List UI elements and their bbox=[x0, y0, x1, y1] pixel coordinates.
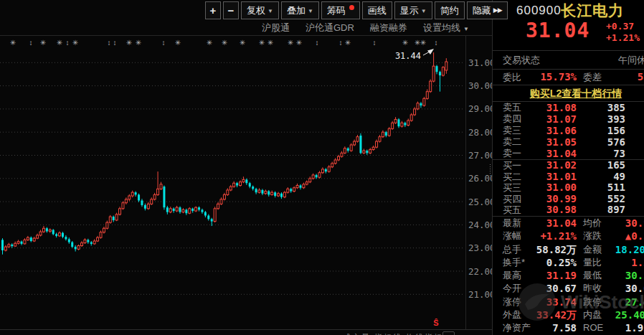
toolbar-button-3[interactable]: 复权▼ bbox=[241, 1, 279, 19]
bid-volume: 49 bbox=[577, 171, 625, 183]
stat-row: 净资产7.58ROE1.959 bbox=[493, 321, 644, 334]
weicha-value: 591 bbox=[607, 70, 644, 85]
market-link-2[interactable]: 沪伦通GDR bbox=[306, 22, 354, 34]
stat-label: 量比 bbox=[583, 256, 602, 269]
stat-label: 净资产 bbox=[503, 321, 531, 334]
stat-label: ROE bbox=[583, 321, 603, 334]
ask-volume: 73 bbox=[577, 148, 625, 159]
peak-price-annotation: 31.44 bbox=[395, 51, 421, 61]
ask-row: 卖五31.08385 bbox=[493, 102, 644, 113]
clipped-indicator-text: 成交量 指标线 均线指标 bbox=[343, 332, 443, 335]
updown-arrow-marker-icon: ↕ bbox=[66, 39, 70, 47]
notification-dot-icon bbox=[349, 5, 354, 10]
y-axis-tick: 25.00 bbox=[468, 197, 492, 207]
y-axis-tick: 28.00 bbox=[468, 127, 492, 138]
ask-row: 卖二31.05576 bbox=[493, 136, 644, 148]
ask-row: 卖一31.0473 bbox=[493, 148, 644, 159]
toolbar-button-5[interactable]: 筹码 bbox=[321, 1, 360, 19]
bid-price: 30.99 bbox=[529, 194, 577, 205]
y-axis-tick: 23.00 bbox=[468, 242, 492, 253]
star-event-marker-icon: ✳ bbox=[10, 39, 16, 47]
ask-price: 31.08 bbox=[529, 102, 577, 113]
chevron-down-icon: ▼ bbox=[421, 3, 427, 19]
stats-grid: 最新31.04均价30.94涨幅+1.21%涨跌▲0.37总手58.82万金额1… bbox=[493, 217, 644, 335]
star-event-marker-icon: ✳ bbox=[222, 39, 227, 47]
weibi-row: 委比 15.73% 委差 591 bbox=[493, 70, 644, 85]
clipped-indicator-bar: 成交量 指标线 均线指标 bbox=[0, 330, 492, 335]
stat-label: 最新 bbox=[503, 217, 521, 230]
ask-volume: 385 bbox=[577, 102, 625, 113]
ask-label: 卖一 bbox=[503, 148, 521, 159]
star-event-marker-icon: ✳ bbox=[345, 39, 351, 47]
l2-upgrade-link[interactable]: 购买L2查看十档行情 bbox=[530, 88, 622, 99]
star-event-marker-icon: ✳ bbox=[288, 39, 293, 47]
stat-value: +1.21% bbox=[531, 230, 577, 242]
y-axis-tick: 21.00 bbox=[468, 289, 492, 300]
ask-row: 卖四31.07393 bbox=[493, 113, 644, 125]
l2-link-row: 购买L2查看十档行情 bbox=[493, 85, 644, 101]
toolbar-button-8[interactable]: 简约 bbox=[435, 1, 465, 19]
y-axis-tick: 27.00 bbox=[468, 150, 492, 161]
stat-row: 涨幅+1.21%涨跌▲0.37 bbox=[493, 230, 644, 242]
star-event-marker-icon: ✳ bbox=[136, 39, 141, 47]
bid-label: 买二 bbox=[503, 171, 521, 183]
ask-label: 卖五 bbox=[503, 102, 521, 113]
bid-volume: 511 bbox=[577, 182, 625, 194]
stat-label: 外盘 bbox=[503, 308, 521, 321]
ask-row: 卖三31.06156 bbox=[493, 125, 644, 136]
market-link-label: 设置均线 bbox=[423, 22, 460, 34]
market-link-1[interactable]: 沪股通 bbox=[262, 22, 290, 34]
clipped-mini-button[interactable] bbox=[442, 331, 455, 335]
stat-value: 0.25% bbox=[531, 256, 577, 269]
toolbar-button-2[interactable]: − bbox=[223, 1, 239, 19]
stat-label: 涨幅 bbox=[503, 230, 521, 242]
bid-row: 买一31.02165 bbox=[493, 160, 644, 171]
ask-levels: 卖五31.08385卖四31.07393卖三31.06156卖二31.05576… bbox=[493, 102, 644, 159]
stat-row: 总手58.82万金额18.20亿 bbox=[493, 243, 644, 256]
price-change-percent: +1.21% bbox=[606, 32, 640, 44]
ask-label: 卖二 bbox=[503, 136, 521, 148]
bid-volume: 897 bbox=[577, 204, 625, 216]
toolbar-button-6[interactable]: 画线 bbox=[362, 1, 392, 19]
candlestick-chart[interactable]: 31.0030.0029.0028.0027.0026.0025.0024.00… bbox=[0, 36, 492, 329]
bid-volume: 165 bbox=[577, 160, 625, 171]
stat-value: 1.959 bbox=[607, 321, 644, 334]
bid-price: 31.01 bbox=[529, 171, 577, 183]
star-event-marker-icon: ✳ bbox=[207, 39, 212, 47]
bid-price: 30.98 bbox=[529, 204, 577, 216]
quote-panel: ◀ 600900 长江电力 31.04 +0.37 +1.21% 交易状态 午间… bbox=[492, 0, 644, 335]
stat-value: 1.23 bbox=[607, 256, 644, 269]
stat-value: 30.52 bbox=[607, 269, 644, 282]
weibi-label: 委比 bbox=[503, 70, 521, 85]
market-link-4[interactable]: 设置均线▼ bbox=[423, 22, 469, 34]
toolbar-button-7[interactable]: 显示▼ bbox=[394, 1, 432, 19]
toolbar-button-4[interactable]: 叠加▼ bbox=[281, 1, 319, 19]
y-axis-tick: 30.00 bbox=[468, 80, 492, 91]
chevron-down-icon: ▼ bbox=[308, 3, 313, 19]
ask-price: 31.06 bbox=[529, 125, 577, 136]
ask-price: 31.04 bbox=[529, 148, 577, 159]
bid-row: 买四30.99552 bbox=[493, 194, 644, 205]
toolbar-button-9[interactable]: 隐藏▶▶ bbox=[467, 1, 508, 19]
trade-status-row: 交易状态 午间休市 bbox=[493, 51, 644, 69]
stat-value: 27.60 bbox=[607, 296, 644, 308]
bid-label: 买一 bbox=[503, 160, 521, 171]
stat-label: 金额 bbox=[583, 243, 602, 256]
bid-volume: 552 bbox=[577, 194, 625, 205]
bid-levels: 买一31.02165买二31.0149买三31.00511买四30.99552买… bbox=[493, 160, 644, 216]
stock-name: 长江电力 bbox=[561, 1, 624, 21]
stat-row: 换手*0.25%量比1.23 bbox=[493, 256, 644, 269]
ask-price: 31.07 bbox=[529, 113, 577, 125]
stat-row: 涨停33.74跌停27.60 bbox=[493, 296, 644, 308]
toolbar-button-label: 叠加 bbox=[287, 2, 306, 19]
price-change: +0.37 bbox=[606, 21, 640, 32]
toolbar-button-1[interactable]: + bbox=[205, 1, 221, 19]
ask-volume: 156 bbox=[577, 125, 625, 136]
weicha-label: 委差 bbox=[583, 70, 602, 85]
updown-arrow-marker-icon: ↕ bbox=[373, 39, 377, 47]
stat-label: 跌停 bbox=[583, 296, 602, 308]
stat-value: 7.58 bbox=[531, 321, 577, 334]
market-link-3[interactable]: 融资融券 bbox=[370, 22, 407, 34]
stat-label: 均价 bbox=[583, 217, 602, 230]
bid-row: 买三31.00511 bbox=[493, 182, 644, 194]
